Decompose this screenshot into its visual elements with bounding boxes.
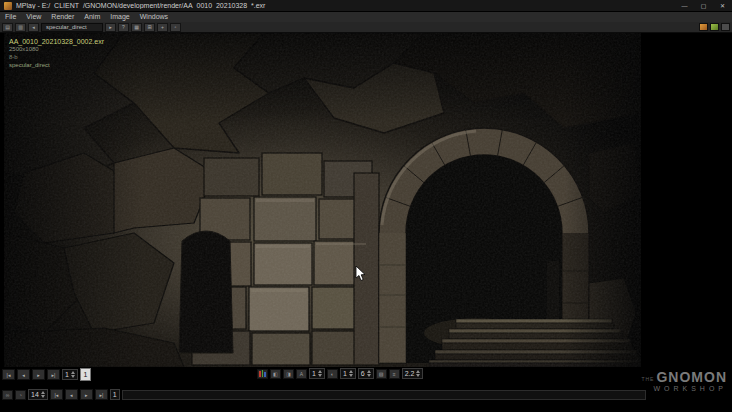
window-title: MPlay - E:/_CLIENT_/GNOMON/development/r… xyxy=(16,2,675,9)
first-frame-button[interactable]: |◂ xyxy=(2,369,15,380)
render-scene xyxy=(4,33,641,367)
fps-field[interactable]: 14 xyxy=(28,389,48,400)
last-frame-button[interactable]: ▸| xyxy=(47,369,60,380)
region-icon[interactable]: ▫ xyxy=(170,23,181,32)
scale-value: 1 xyxy=(312,370,316,377)
grid-icon[interactable]: ▦ xyxy=(131,23,142,32)
gnomon-watermark: THE GNOMON WORKSHOP xyxy=(641,371,727,392)
transport-cluster: |◂ ◂ ▸ ▸| 1 1 xyxy=(2,368,91,381)
loop-mode-icon[interactable]: ∞ xyxy=(2,390,13,400)
menu-anim[interactable]: Anim xyxy=(79,12,105,22)
fps-value: 14 xyxy=(31,391,39,398)
prev-plane-button[interactable]: ◂ xyxy=(28,23,39,32)
menu-view[interactable]: View xyxy=(21,12,46,22)
mplay-app-icon xyxy=(4,2,12,10)
image-viewport[interactable]: AA_0010_20210328_0002.exr 2500x1080 8-b … xyxy=(0,33,732,367)
tile-icon[interactable]: ⊞ xyxy=(144,23,155,32)
gamma-value: 2.2 xyxy=(405,370,415,377)
fstop-spinner[interactable] xyxy=(367,370,371,377)
settings-icon[interactable] xyxy=(721,23,730,31)
snapshot-icon[interactable] xyxy=(699,23,708,31)
realtime-clock-icon[interactable]: ◔ xyxy=(15,390,26,400)
timeline-frame-value: 1 xyxy=(113,391,117,398)
levels-icon[interactable]: ≡ xyxy=(389,369,400,379)
help-icon[interactable]: ? xyxy=(118,23,129,32)
next-plane-button[interactable]: ▸ xyxy=(105,23,116,32)
playbar-cluster: ∞ ◔ 14 |◂ ◂ ▸ ▸| 1 xyxy=(2,389,646,400)
toolbar: ▤ ▥ ◂ specular_direct ▸ ? ▦ ⊞ + ▫ xyxy=(0,22,732,33)
prev-frame-button[interactable]: ◂ xyxy=(17,369,30,380)
watermark-the: THE xyxy=(641,376,654,384)
brightness-field[interactable]: 1 xyxy=(340,368,356,379)
fps-spinner[interactable] xyxy=(41,391,45,398)
split-view-icon[interactable]: ◨ xyxy=(283,369,294,379)
range-start-button[interactable]: |◂ xyxy=(50,389,63,400)
timeline-scrubber[interactable] xyxy=(122,390,646,400)
display-options-cluster: ◧ ◨ A 1 ◐ 1 6 ▨ ≡ 2.2 xyxy=(257,368,423,379)
menu-render[interactable]: Render xyxy=(46,12,79,22)
layout-mode-icon[interactable]: ▥ xyxy=(15,23,26,32)
ramp-lut-icon[interactable]: ▨ xyxy=(376,369,387,379)
brightness-spinner[interactable] xyxy=(349,370,353,377)
channel-selector[interactable]: specular_direct xyxy=(41,23,103,32)
current-frame-value: 1 xyxy=(65,371,69,378)
range-end-button[interactable]: ▸| xyxy=(95,389,108,400)
step-forward-button[interactable]: ▸ xyxy=(80,389,93,400)
menu-file[interactable]: File xyxy=(0,12,21,22)
playbar: ∞ ◔ 14 |◂ ◂ ▸ ▸| 1 xyxy=(0,388,732,402)
watermark-workshop: WORKSHOP xyxy=(641,385,727,392)
current-frame-field[interactable]: 1 xyxy=(62,369,78,380)
scale-field[interactable]: 1 xyxy=(309,368,325,379)
step-back-button[interactable]: ◂ xyxy=(65,389,78,400)
fstop-value: 6 xyxy=(361,370,365,377)
title-bar: MPlay - E:/_CLIENT_/GNOMON/development/r… xyxy=(0,0,732,12)
frame-spinner[interactable] xyxy=(71,371,75,378)
frame-list-item[interactable]: 1 xyxy=(80,368,91,381)
watermark-top-row: THE GNOMON xyxy=(641,371,727,384)
scale-spinner[interactable] xyxy=(318,370,322,377)
render-image xyxy=(4,33,641,367)
rgb-channels-icon[interactable] xyxy=(257,369,268,379)
play-button[interactable]: ▸ xyxy=(32,369,45,380)
fstop-field[interactable]: 6 xyxy=(358,368,374,379)
close-button[interactable]: ✕ xyxy=(713,0,732,12)
timeline-frame-field[interactable]: 1 xyxy=(110,389,120,400)
contrast-icon[interactable]: ◐ xyxy=(327,369,338,379)
display-control-bar: |◂ ◂ ▸ ▸| 1 1 ◧ ◨ A 1 ◐ 1 6 ▨ ≡ 2.2 xyxy=(0,367,732,383)
menu-image[interactable]: Image xyxy=(105,12,134,22)
alpha-channel-icon[interactable]: A xyxy=(296,369,307,379)
menu-bar: File View Render Anim Image Windows xyxy=(0,12,732,22)
view-mode-icon[interactable]: ▤ xyxy=(2,23,13,32)
watermark-gnomon: GNOMON xyxy=(656,371,727,384)
gamma-spinner[interactable] xyxy=(416,370,420,377)
maximize-button[interactable]: ▢ xyxy=(694,0,713,12)
menu-windows[interactable]: Windows xyxy=(135,12,173,22)
crosshair-icon[interactable]: + xyxy=(157,23,168,32)
gamma-field[interactable]: 2.2 xyxy=(402,368,424,379)
mono-channel-icon[interactable]: ◧ xyxy=(270,369,281,379)
minimize-button[interactable]: — xyxy=(675,0,694,12)
brightness-value: 1 xyxy=(343,370,347,377)
toolbar-right-group xyxy=(699,23,730,31)
sequence-icon[interactable] xyxy=(710,23,719,31)
